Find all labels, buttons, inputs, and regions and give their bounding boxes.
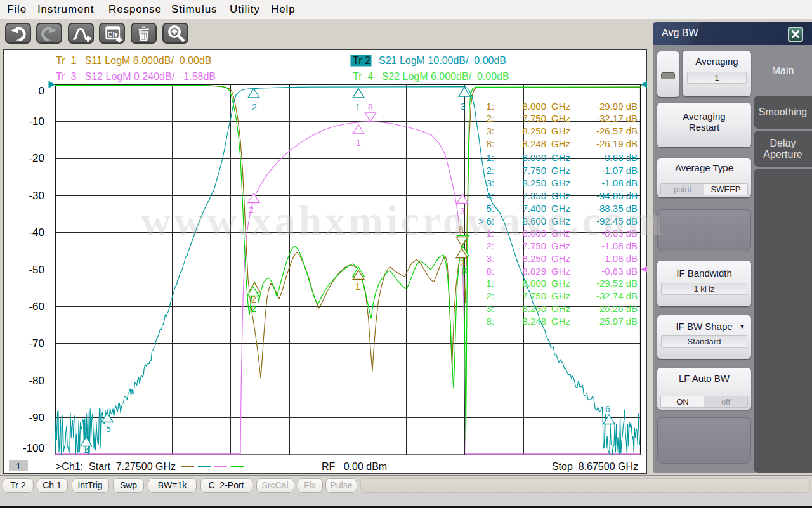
svg-text:1: 1: [356, 138, 361, 148]
svg-text:3:: 3:: [486, 178, 494, 188]
svg-text:3:: 3:: [486, 126, 494, 136]
svg-text:-1.08 dB: -1.08 dB: [601, 178, 638, 188]
svg-text:2:: 2:: [486, 165, 494, 176]
svg-text:-10: -10: [29, 115, 44, 127]
svg-text:Tr 3 S12 LogM 0.240dB/ -1.: Tr 3 S12 LogM 0.240dB/ -1.58dB: [56, 71, 216, 82]
svg-text:8.250: 8.250: [522, 303, 546, 314]
svg-text:GHz: GHz: [551, 138, 570, 149]
svg-text:GHz: GHz: [551, 178, 570, 188]
svg-text:1: 1: [16, 461, 21, 471]
svg-text:8:: 8:: [486, 266, 494, 277]
svg-text:-32.74 dB: -32.74 dB: [596, 290, 638, 301]
svg-text:2: 2: [251, 304, 256, 314]
svg-text:GHz: GHz: [551, 290, 570, 301]
svg-text:GHz: GHz: [551, 266, 570, 277]
svg-text:5: 5: [106, 424, 111, 434]
svg-text:RF 0.00 dBm: RF 0.00 dBm: [322, 461, 387, 472]
svg-text:8.000: 8.000: [522, 152, 546, 163]
svg-text:GHz: GHz: [551, 253, 570, 264]
svg-text:-60: -60: [29, 301, 44, 313]
svg-text:GHz: GHz: [551, 303, 570, 314]
svg-text:8.248: 8.248: [522, 138, 546, 149]
svg-text:-1.07 dB: -1.07 dB: [601, 165, 638, 176]
svg-text:GHz: GHz: [551, 152, 570, 163]
svg-text:GHz: GHz: [551, 316, 570, 327]
svg-text:-26.19 dB: -26.19 dB: [596, 138, 638, 149]
svg-text:-29.52 dB: -29.52 dB: [596, 278, 638, 289]
svg-text:7.750: 7.750: [522, 165, 546, 176]
svg-text:Stop 8.67500 GHz: Stop 8.67500 GHz: [552, 461, 638, 472]
svg-text:-20: -20: [29, 152, 44, 164]
svg-text:8: 8: [368, 102, 373, 112]
svg-text:3:: 3:: [486, 253, 494, 264]
svg-text:-1.08 dB: -1.08 dB: [601, 253, 638, 264]
svg-text:Tr 4 S22 LogM 6.000dB/ 0.0: Tr 4 S22 LogM 6.000dB/ 0.00dB: [353, 71, 509, 82]
svg-text:-0.63 dB: -0.63 dB: [601, 266, 638, 277]
svg-text:1: 1: [355, 282, 360, 292]
svg-text:8.000: 8.000: [522, 101, 546, 112]
svg-text:-26.57 dB: -26.57 dB: [596, 126, 638, 136]
svg-text:8.250: 8.250: [522, 178, 546, 188]
svg-text:8:: 8:: [486, 316, 494, 327]
svg-text:4: 4: [84, 446, 89, 456]
svg-text:-30: -30: [29, 190, 44, 202]
svg-text:S21 LogM 10.00dB/ 0.00dB: S21 LogM 10.00dB/ 0.00dB: [379, 55, 506, 66]
svg-text:3:: 3:: [486, 303, 494, 314]
svg-text:-70: -70: [29, 337, 44, 349]
svg-text:8.000: 8.000: [522, 278, 546, 289]
svg-text:2:: 2:: [486, 290, 494, 301]
svg-text:-29.99 dB: -29.99 dB: [596, 101, 638, 112]
svg-text:6: 6: [605, 404, 610, 414]
svg-text:GHz: GHz: [551, 126, 570, 136]
svg-text:-50: -50: [29, 264, 44, 276]
svg-text:0.63 dB: 0.63 dB: [605, 152, 638, 163]
svg-text:8.250: 8.250: [522, 126, 546, 136]
svg-text:3: 3: [461, 266, 466, 276]
svg-text:7.750: 7.750: [522, 113, 546, 124]
svg-text:-40: -40: [29, 226, 44, 238]
svg-text:-32.17 dB: -32.17 dB: [596, 113, 638, 124]
svg-text:GHz: GHz: [551, 278, 570, 289]
svg-text:-80: -80: [29, 375, 44, 387]
svg-text:GHz: GHz: [551, 113, 570, 124]
svg-text:1:: 1:: [486, 152, 494, 163]
svg-text:8:: 8:: [486, 138, 494, 149]
svg-text:>Ch1: Start 7.27500 GHz: >Ch1: Start 7.27500 GHz: [56, 461, 176, 472]
svg-text:3: 3: [461, 101, 466, 112]
svg-text:GHz: GHz: [551, 101, 570, 112]
svg-text:2: 2: [251, 294, 256, 304]
svg-text:1:: 1:: [486, 101, 494, 112]
svg-text:8.250: 8.250: [522, 253, 546, 264]
svg-text:Ch: Ch: [108, 30, 117, 38]
svg-text:-25.97 dB: -25.97 dB: [596, 316, 638, 327]
svg-text:7.750: 7.750: [522, 290, 546, 301]
svg-text:2: 2: [252, 102, 257, 112]
svg-text:Tr 1 S11 LogM 6.000dB/ 0.0: Tr 1 S11 LogM 6.000dB/ 0.00dB: [56, 55, 211, 66]
svg-text:2:: 2:: [486, 113, 494, 124]
svg-text:-90: -90: [29, 412, 44, 424]
svg-text:Tr 2: Tr 2: [353, 55, 370, 66]
svg-text:8.029: 8.029: [522, 266, 546, 277]
svg-text:-26.26 dB: -26.26 dB: [596, 303, 638, 314]
svg-text:-100: -100: [23, 442, 44, 454]
svg-text:GHz: GHz: [551, 165, 570, 176]
svg-text:1:: 1:: [486, 278, 494, 289]
svg-text:1: 1: [355, 102, 360, 112]
svg-text:0: 0: [39, 85, 44, 97]
svg-text:8.248: 8.248: [522, 316, 546, 327]
